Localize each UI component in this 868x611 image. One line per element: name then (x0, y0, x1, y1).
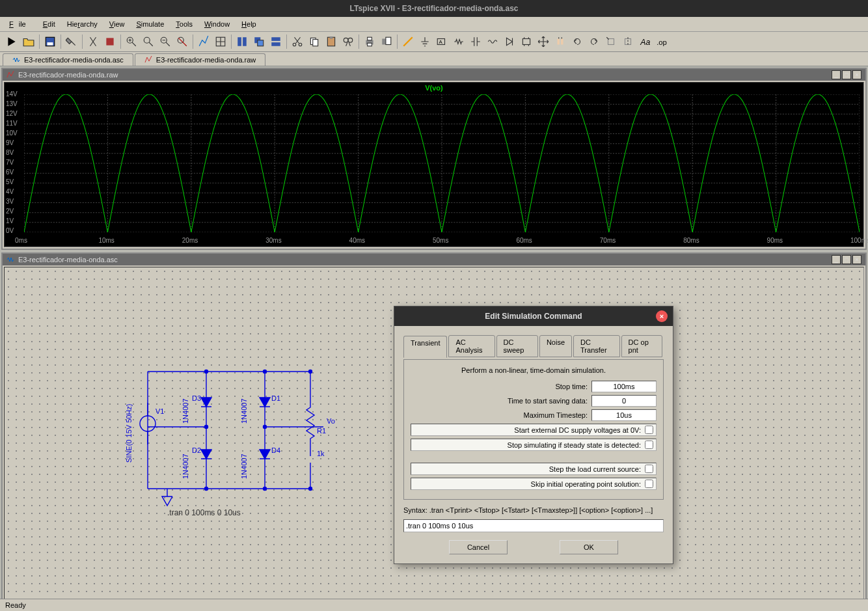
close-button[interactable]: × (852, 70, 861, 79)
hammer-icon[interactable] (64, 34, 79, 49)
svg-text:R1: R1 (317, 427, 326, 435)
start-ext-checkbox[interactable] (645, 426, 653, 434)
menubar: File Edit Hierarchy View Simulate Tools … (0, 17, 868, 32)
max-timestep-label: Maximum Timestep: (524, 411, 588, 419)
tab-raw[interactable]: E3-rectificador-media-onda.raw (135, 53, 265, 66)
svg-point-68 (309, 370, 312, 373)
skip-initial-checkbox[interactable] (645, 480, 653, 488)
drag-icon[interactable] (552, 34, 568, 49)
close-all-icon[interactable] (268, 34, 284, 49)
schematic-icon (7, 256, 14, 264)
svg-point-63 (264, 370, 267, 373)
svg-rect-14 (271, 42, 280, 46)
resistor-icon[interactable] (451, 34, 467, 49)
step-load-checkbox[interactable] (645, 465, 653, 473)
step-load-label: Step the load current source: (549, 465, 641, 473)
undo-icon[interactable] (569, 34, 585, 49)
schematic-icon (12, 56, 20, 64)
dialog-title-text: Edit Simulation Command (485, 312, 582, 321)
max-timestep-input[interactable] (591, 409, 657, 421)
svg-rect-13 (271, 37, 280, 41)
cascade-icon[interactable] (251, 34, 267, 49)
save-button[interactable] (42, 34, 58, 49)
maximize-button[interactable]: □ (842, 70, 851, 79)
zoom-in-icon[interactable] (124, 34, 139, 49)
cut-run-icon[interactable] (85, 34, 101, 49)
redo-icon[interactable] (586, 34, 602, 49)
autorange-icon[interactable] (196, 34, 211, 49)
syntax-hint: Syntax: .tran <Tprint> <Tstop> [<Tstart>… (403, 506, 664, 514)
svg-rect-30 (522, 39, 530, 45)
stop-icon[interactable] (102, 34, 118, 49)
dialog-close-button[interactable]: × (656, 310, 668, 322)
svg-text:D2: D2 (192, 446, 201, 454)
close-button[interactable]: × (852, 255, 861, 264)
move-icon[interactable] (536, 34, 551, 49)
tile-icon[interactable] (234, 34, 250, 49)
capacitor-icon[interactable] (468, 34, 483, 49)
svg-point-69 (309, 487, 312, 491)
spice-directive[interactable]: .tran 0 100ms 0 10us (167, 508, 241, 517)
command-input[interactable] (403, 519, 664, 532)
svg-point-62 (205, 370, 208, 373)
menu-edit[interactable]: Edit (38, 18, 61, 30)
cut-icon[interactable] (290, 34, 305, 49)
menu-view[interactable]: View (104, 18, 130, 30)
find-icon[interactable] (340, 34, 356, 49)
svg-text:Vo: Vo (327, 417, 335, 425)
diode-icon[interactable] (502, 34, 517, 49)
stop-steady-label: Stop simulating if steady state is detec… (508, 441, 641, 449)
plot-trace-label[interactable]: V(vo) (5, 83, 863, 93)
paste-icon[interactable] (323, 34, 339, 49)
tab-dc-op[interactable]: DC op pnt (621, 335, 662, 357)
svg-rect-20 (330, 36, 333, 38)
cancel-button[interactable]: Cancel (449, 540, 508, 554)
print-setup-icon[interactable] (379, 34, 394, 49)
tab-transient[interactable]: Transient (403, 336, 447, 358)
open-button[interactable] (21, 34, 36, 49)
tab-dc-sweep[interactable]: DC sweep (496, 335, 538, 357)
menu-window[interactable]: Window (199, 18, 235, 30)
tab-dc-transfer[interactable]: DC Transfer (573, 335, 620, 357)
svg-text:D4: D4 (271, 446, 280, 454)
rotate-icon[interactable] (603, 34, 619, 49)
zoom-out-icon[interactable] (157, 34, 173, 49)
tab-description: Perform a non-linear, time-domain simula… (411, 366, 657, 374)
zoom-fit-icon[interactable] (174, 34, 190, 49)
ok-button[interactable]: OK (560, 540, 618, 554)
schematic-drawing[interactable]: V1 SINE(0 15V 50Hz) D31N4007 D21N4007 D1… (122, 365, 343, 515)
menu-file[interactable]: File (4, 18, 36, 30)
run-button[interactable] (4, 34, 20, 49)
wire-icon[interactable] (400, 34, 416, 49)
menu-simulate[interactable]: Simulate (131, 18, 169, 30)
tab-ac[interactable]: AC Analysis (448, 335, 495, 357)
label-icon[interactable]: A (434, 34, 450, 49)
component-icon[interactable] (519, 34, 534, 49)
start-save-input[interactable] (591, 395, 657, 407)
minimize-button[interactable]: _ (832, 70, 841, 79)
copy-icon[interactable] (306, 34, 322, 49)
tab-noise[interactable]: Noise (539, 335, 572, 357)
svg-marker-0 (8, 37, 15, 46)
mirror-icon[interactable] (620, 34, 636, 49)
spice-directive-icon[interactable]: .op (654, 34, 670, 49)
print-icon[interactable] (362, 34, 377, 49)
text-icon[interactable]: Aa (637, 34, 653, 49)
plot-area[interactable]: V(vo) 0V1V2V3V4V5V6V7V8V9V10V11V12V13V14… (4, 82, 864, 247)
inductor-icon[interactable] (485, 34, 500, 49)
edit-simulation-dialog: Edit Simulation Command × Transient AC A… (394, 306, 673, 564)
ground-icon[interactable] (417, 34, 433, 49)
statusbar: Ready (0, 599, 868, 606)
minimize-button[interactable]: _ (832, 255, 841, 264)
tab-asc[interactable]: E3-rectificador-media-onda.asc (3, 53, 133, 66)
menu-tools[interactable]: Tools (170, 18, 198, 30)
menu-hierarchy[interactable]: Hierarchy (62, 18, 103, 30)
menu-help[interactable]: Help (236, 18, 262, 30)
stop-steady-checkbox[interactable] (645, 441, 653, 449)
zoom-pan-icon[interactable] (141, 34, 156, 49)
stop-time-input[interactable] (591, 381, 657, 392)
setup-icon[interactable] (213, 34, 228, 49)
svg-text:A: A (439, 39, 443, 45)
svg-point-67 (264, 487, 267, 491)
maximize-button[interactable]: □ (842, 255, 851, 264)
